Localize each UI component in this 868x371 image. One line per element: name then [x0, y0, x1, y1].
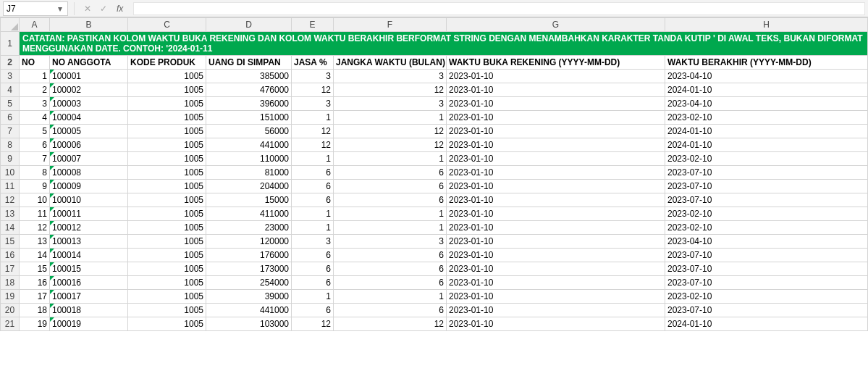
cell[interactable]: 1: [292, 111, 334, 125]
cell[interactable]: 1005: [128, 235, 206, 249]
cell[interactable]: 100010: [50, 193, 128, 207]
row-header[interactable]: 10: [1, 166, 20, 180]
cell[interactable]: 17: [20, 290, 50, 304]
name-box[interactable]: ▾: [3, 1, 68, 16]
cell[interactable]: 100004: [50, 111, 128, 125]
cell[interactable]: 2023-07-10: [665, 249, 868, 262]
name-box-input[interactable]: [4, 4, 54, 14]
cell[interactable]: 2023-01-10: [447, 249, 665, 262]
cell[interactable]: 100006: [50, 138, 128, 152]
cell[interactable]: NO: [20, 56, 50, 70]
cell[interactable]: 12: [334, 83, 447, 97]
row-header[interactable]: 17: [1, 262, 20, 276]
table-row[interactable]: 20181000181005441000662023-01-102023-07-…: [1, 304, 868, 317]
name-box-dropdown-icon[interactable]: ▾: [54, 4, 66, 14]
cell[interactable]: 3: [334, 235, 447, 249]
cell[interactable]: 1: [334, 207, 447, 221]
cell[interactable]: 1005: [128, 97, 206, 111]
cell[interactable]: 100007: [50, 152, 128, 166]
cell[interactable]: 2023-01-10: [447, 193, 665, 207]
cell[interactable]: 2023-04-10: [665, 97, 868, 111]
table-row[interactable]: 108100008100581000662023-01-102023-07-10: [1, 166, 868, 180]
cell[interactable]: 1005: [128, 304, 206, 317]
cell[interactable]: 6: [20, 138, 50, 152]
cell[interactable]: 411000: [206, 207, 292, 221]
row-header[interactable]: 7: [1, 125, 20, 138]
table-row[interactable]: 531000031005396000332023-01-102023-04-10: [1, 97, 868, 111]
cell[interactable]: WAKTU BERAKHIR (YYYY-MM-DD): [665, 56, 868, 70]
cell[interactable]: 5: [20, 125, 50, 138]
cell[interactable]: 2023-07-10: [665, 166, 868, 180]
cell[interactable]: 2: [20, 83, 50, 97]
cell[interactable]: 6: [334, 166, 447, 180]
cell[interactable]: 1: [334, 290, 447, 304]
cell[interactable]: NO ANGGOTA: [50, 56, 128, 70]
cell[interactable]: 11: [20, 207, 50, 221]
cell[interactable]: 2023-01-10: [447, 262, 665, 276]
cell[interactable]: 100003: [50, 97, 128, 111]
cell[interactable]: 12: [292, 125, 334, 138]
cell[interactable]: 10: [20, 193, 50, 207]
cell[interactable]: 100005: [50, 125, 128, 138]
cell[interactable]: 12: [334, 317, 447, 331]
cell[interactable]: 81000: [206, 166, 292, 180]
cell[interactable]: 6: [292, 193, 334, 207]
row-header[interactable]: 16: [1, 249, 20, 262]
row-header[interactable]: 8: [1, 138, 20, 152]
cell[interactable]: 1005: [128, 290, 206, 304]
cell[interactable]: 18: [20, 304, 50, 317]
cell[interactable]: 2023-01-10: [447, 221, 665, 235]
formula-input[interactable]: [133, 2, 865, 15]
cell[interactable]: 6: [292, 304, 334, 317]
cell[interactable]: 6: [292, 166, 334, 180]
col-header[interactable]: B: [50, 18, 128, 32]
cell[interactable]: 1005: [128, 70, 206, 83]
cell[interactable]: 441000: [206, 138, 292, 152]
note-cell[interactable]: CATATAN: PASTIKAN KOLOM WAKTU BUKA REKEN…: [20, 32, 868, 56]
cell[interactable]: 3: [334, 70, 447, 83]
row-header[interactable]: 11: [1, 180, 20, 193]
cell[interactable]: 3: [292, 97, 334, 111]
cell[interactable]: 2023-01-10: [447, 138, 665, 152]
cell[interactable]: 15000: [206, 193, 292, 207]
cell[interactable]: 13: [20, 235, 50, 249]
cell[interactable]: 476000: [206, 83, 292, 97]
cell[interactable]: 2023-01-10: [447, 317, 665, 331]
cell[interactable]: 6: [292, 180, 334, 193]
cell[interactable]: 103000: [206, 317, 292, 331]
table-row[interactable]: 17151000151005173000662023-01-102023-07-…: [1, 262, 868, 276]
cell[interactable]: 1005: [128, 262, 206, 276]
row-header[interactable]: 21: [1, 317, 20, 331]
row-header[interactable]: 1: [1, 32, 20, 56]
cell[interactable]: 1005: [128, 317, 206, 331]
cell[interactable]: WAKTU BUKA REKENING (YYYY-MM-DD): [447, 56, 665, 70]
cell[interactable]: 385000: [206, 70, 292, 83]
cell[interactable]: 176000: [206, 249, 292, 262]
cell[interactable]: 2023-02-10: [665, 111, 868, 125]
cell[interactable]: 100016: [50, 276, 128, 290]
cell[interactable]: 56000: [206, 125, 292, 138]
cell[interactable]: 100009: [50, 180, 128, 193]
row-header[interactable]: 20: [1, 304, 20, 317]
cell[interactable]: 2023-01-10: [447, 180, 665, 193]
cell[interactable]: 3: [292, 235, 334, 249]
cell[interactable]: 441000: [206, 304, 292, 317]
cell[interactable]: 120000: [206, 235, 292, 249]
table-row[interactable]: 641000041005151000112023-01-102023-02-10: [1, 111, 868, 125]
cell[interactable]: 2023-01-10: [447, 166, 665, 180]
cell[interactable]: 12: [292, 83, 334, 97]
row-header[interactable]: 15: [1, 235, 20, 249]
cell[interactable]: 1: [334, 111, 447, 125]
cell[interactable]: 2023-04-10: [665, 235, 868, 249]
cell[interactable]: 2023-02-10: [665, 290, 868, 304]
cell[interactable]: 6: [334, 180, 447, 193]
cell[interactable]: 12: [292, 138, 334, 152]
row-header[interactable]: 12: [1, 193, 20, 207]
cell[interactable]: 2023-07-10: [665, 180, 868, 193]
cell[interactable]: 3: [20, 97, 50, 111]
cell[interactable]: 2023-02-10: [665, 207, 868, 221]
table-row[interactable]: 16141000141005176000662023-01-102023-07-…: [1, 249, 868, 262]
cell[interactable]: 204000: [206, 180, 292, 193]
cell[interactable]: 6: [334, 276, 447, 290]
cell[interactable]: 1: [292, 207, 334, 221]
